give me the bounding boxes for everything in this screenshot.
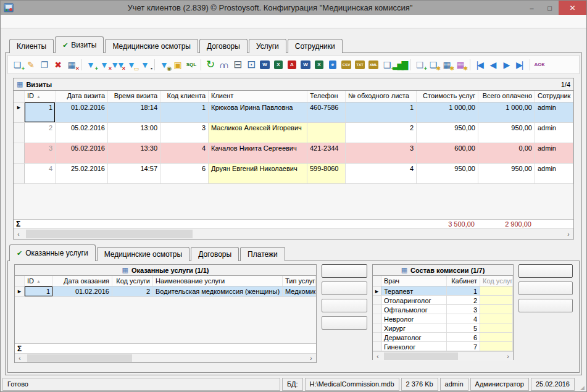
scroll-left-icon[interactable]: ‹ (15, 355, 25, 362)
grid-settings-icon[interactable]: ▦ ✱ (440, 58, 454, 72)
scroll-left-icon[interactable]: ‹ (14, 231, 23, 238)
minimize-button[interactable]: – (523, 1, 541, 15)
scroll-right-icon[interactable]: › (503, 353, 513, 360)
tab-clients[interactable]: Клиенты (9, 39, 54, 53)
col-doctor[interactable]: Врач (381, 276, 447, 286)
col-id[interactable]: ID▲ (25, 91, 56, 102)
menu-tables[interactable] (15, 20, 27, 23)
resize-grip-icon[interactable]: ◢ (577, 378, 585, 391)
commission-row[interactable]: ► Терапевт 1 (373, 286, 513, 296)
export-word-icon[interactable]: W (299, 58, 312, 72)
menu-reports[interactable] (27, 20, 38, 23)
filter-open-icon[interactable]: ▼ ▭ (125, 58, 138, 72)
delete-service-button[interactable] (322, 316, 367, 330)
add-record-icon[interactable]: ❏ + (10, 58, 24, 72)
col-id[interactable]: ID▲ (25, 276, 53, 286)
close-button[interactable]: ✕ (559, 1, 586, 15)
subordinate-tables-icon[interactable]: ▣ (171, 58, 185, 72)
commission-row[interactable]: Хирург 5 (373, 323, 513, 333)
filter-save-icon[interactable]: ▼ ▪ (138, 58, 152, 72)
nav-last-icon[interactable]: ▶∣ (514, 58, 527, 72)
add-subrecord-icon[interactable]: ❏ + (413, 58, 427, 72)
scroll-right-icon[interactable]: › (306, 355, 316, 362)
maximize-button[interactable]: □ (541, 1, 559, 15)
col-service-code[interactable]: Код услуги (480, 276, 513, 286)
print-icon[interactable]: ⊟ (231, 58, 244, 72)
commission-row[interactable]: Отоларинголог 2 (373, 296, 513, 305)
tab-rendered-services[interactable]: ✔ Оказанные услуги (9, 244, 96, 261)
edit-commission-member-button[interactable] (518, 281, 573, 295)
col-cabinet[interactable]: Кабинет (447, 276, 480, 286)
export-pdf-icon[interactable]: A (285, 58, 299, 72)
tab-medical-exams-sub[interactable]: Медицинские осмотры (97, 247, 190, 261)
visit-row[interactable]: 3 05.02.2016 13:30 4 Качалов Никита Серг… (14, 143, 573, 164)
col-bypass-sheet[interactable]: № обходного листа (346, 91, 417, 102)
visit-row[interactable]: 4 25.02.2016 14:57 6 Друян Евгений Никол… (14, 164, 573, 184)
export-excel-icon[interactable]: X (312, 58, 326, 72)
tab-contracts-sub[interactable]: Договоры (191, 247, 239, 261)
tab-contracts[interactable]: Договоры (199, 39, 248, 53)
delete-commission-member-button[interactable] (518, 299, 573, 312)
service-row[interactable]: ► 1 01.02.2016 2 Водительская медкомисси… (15, 286, 316, 297)
export-xml-icon[interactable]: XML (367, 58, 380, 72)
col-phone[interactable]: Телефон (307, 91, 346, 102)
nav-prev-icon[interactable]: ◀ (486, 58, 500, 72)
menu-help[interactable] (49, 20, 60, 23)
filter-view-icon[interactable]: ▼ ◉ (157, 58, 171, 72)
nav-next-icon[interactable]: ▶ (500, 58, 514, 72)
menu-file[interactable] (4, 20, 15, 23)
col-render-date[interactable]: Дата оказания (53, 276, 112, 286)
commission-row[interactable]: Невролог 4 (373, 314, 513, 323)
aok-icon[interactable]: АОК (533, 58, 546, 72)
word-doc-icon[interactable]: W (258, 58, 272, 72)
scroll-thumb[interactable] (27, 354, 132, 362)
search-icon[interactable]: ∩∩ (217, 58, 231, 72)
col-date[interactable]: Дата визита (56, 91, 108, 102)
copy-documents-icon[interactable]: ❑ + (380, 58, 394, 72)
sql-icon[interactable]: SQL (185, 58, 198, 72)
col-cost[interactable]: Стоимость услуг (417, 91, 478, 102)
filter-add-icon[interactable]: ▼ + (84, 58, 98, 72)
filter-delete-all-icon[interactable]: ▼▼ × (111, 58, 125, 72)
export-txt-icon[interactable]: TXT (353, 58, 367, 72)
export-csv-icon[interactable]: CSV (339, 58, 353, 72)
commission-row[interactable]: Гинеколог 7 (373, 342, 513, 351)
commission-row[interactable]: Офтальмолог 3 (373, 305, 513, 314)
scroll-left-icon[interactable]: ‹ (373, 353, 383, 360)
col-client[interactable]: Клиент (209, 91, 307, 102)
form-settings-icon[interactable]: ▦ ✱ (454, 58, 467, 72)
tab-employees[interactable]: Сотрудники (288, 39, 343, 53)
edit-service-button[interactable] (322, 299, 367, 312)
filter-delete-icon[interactable]: ▼ × (98, 58, 111, 72)
add-many-services-button[interactable] (322, 281, 367, 295)
tab-medical-exams[interactable]: Медицинские осмотры (105, 39, 198, 53)
scroll-thumb[interactable] (26, 230, 193, 238)
tab-services[interactable]: Услуги (249, 39, 286, 53)
menu-service[interactable] (38, 20, 49, 23)
export-html-icon[interactable]: e (326, 58, 339, 72)
add-commission-member-button[interactable] (518, 264, 573, 278)
preview-icon[interactable]: ⊡ (244, 58, 258, 72)
edit-record-icon[interactable]: ✎ (24, 58, 38, 72)
scroll-right-icon[interactable]: › (564, 231, 573, 238)
nav-first-icon[interactable]: ∣◀ (473, 58, 486, 72)
report-settings-icon[interactable]: ❏ ✱ (427, 58, 440, 72)
add-service-button[interactable] (322, 264, 367, 278)
scroll-thumb[interactable] (384, 352, 458, 360)
col-service-name[interactable]: Наименование услуги (153, 276, 283, 286)
tab-payments[interactable]: Платежи (240, 247, 285, 261)
col-service-type[interactable]: Тип услуги (283, 276, 316, 286)
commission-row[interactable]: Дерматолог 6 (373, 333, 513, 342)
col-client-code[interactable]: Код клиента (160, 91, 209, 102)
col-time[interactable]: Время визита (108, 91, 160, 102)
clear-table-icon[interactable]: ▦ × (65, 58, 78, 72)
chart-icon[interactable]: ▂▅▇ (394, 58, 407, 72)
col-employee[interactable]: Сотрудник (535, 91, 573, 102)
copy-record-icon[interactable]: ❐ (38, 58, 51, 72)
col-service-code[interactable]: Код услуги (112, 276, 153, 286)
col-paid[interactable]: Всего оплачено (478, 91, 535, 102)
delete-record-icon[interactable]: ✖ (51, 58, 65, 72)
visit-row[interactable]: ► 1 01.02.2016 18:14 1 Крюкова Ирина Пав… (14, 102, 573, 123)
tab-visits[interactable]: ✔ Визиты (55, 36, 104, 53)
refresh-icon[interactable]: ↻ (204, 58, 217, 72)
